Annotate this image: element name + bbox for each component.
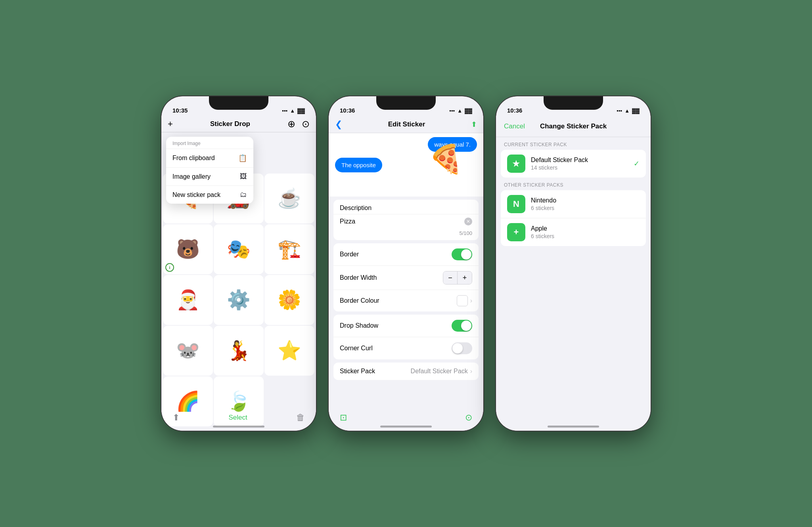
border-section: Border Border Width − + Border Colour (333, 243, 479, 311)
sticker-pack-row[interactable]: Sticker Pack Default Sticker Pack › (333, 363, 479, 380)
sticker-pack-section: Sticker Pack Default Sticker Pack › (333, 363, 479, 380)
chevron-icon-1: › (470, 297, 472, 304)
phone-1: 10:35 ▪▪▪ ▲ ▓▓ + Sticker Drop ⊕ ⊙ Import… (161, 96, 316, 431)
border-width-row: Border Width − + (333, 266, 479, 290)
other-pack-list: N Nintendo 6 stickers + Apple 6 stickers (501, 190, 646, 246)
toggle-thumb-border (461, 249, 471, 260)
dropdown-menu: Import Image From clipboard 📋 Image gall… (166, 137, 253, 204)
description-input-row: Pizza ✕ (333, 214, 479, 229)
notch (209, 96, 268, 110)
more-button[interactable]: ⊙ (302, 119, 310, 129)
battery-icon-2: ▓▓ (465, 108, 472, 114)
corner-curl-toggle[interactable] (452, 342, 472, 354)
screen-1-content: + Sticker Drop ⊕ ⊙ Import Image From cli… (161, 116, 316, 431)
clear-button[interactable]: ✕ (464, 218, 472, 225)
sticker-cell-6[interactable] (264, 224, 314, 274)
description-label: Description (333, 200, 479, 214)
description-value[interactable]: Pizza (340, 218, 355, 225)
sticker-cell-7[interactable] (163, 275, 213, 325)
status-icons-2: ▪▪▪ ▲ ▓▓ (449, 108, 472, 114)
screen-2-content: ❮ Edit Sticker ⬆ The opposite ways equal… (329, 116, 483, 431)
default-pack-item[interactable]: ★ Default Sticker Pack 14 stickers ✓ (501, 150, 646, 178)
clipboard-icon: 📋 (238, 154, 247, 162)
default-pack-name: Default Sticker Pack (531, 157, 634, 164)
apple-pack-name: Apple (531, 225, 640, 232)
sticker-cell-4[interactable]: i (163, 224, 213, 274)
border-width-stepper: − + (443, 271, 472, 285)
default-pack-count: 14 stickers (531, 164, 634, 171)
border-toggle[interactable] (452, 248, 472, 260)
border-label: Border (340, 251, 359, 258)
new-pack-label: New sticker pack (172, 191, 220, 199)
phone-3: 10:36 ▪▪▪ ▲ ▓▓ Cancel Change Sticker Pac… (496, 96, 651, 431)
more-icon-2[interactable]: ⊙ (465, 412, 472, 423)
sticker-cell-9[interactable] (264, 275, 314, 325)
sticker-add-icon[interactable]: ⊡ (340, 412, 347, 423)
gallery-item[interactable]: Image gallery 🖼 (166, 167, 253, 185)
dropdown-label: Import Image (166, 137, 253, 149)
sticker-cell-5[interactable] (214, 224, 264, 274)
back-button[interactable]: ❮ (335, 119, 342, 130)
apple-letter: + (514, 227, 519, 237)
stepper-plus[interactable]: + (458, 271, 472, 284)
sticker-cell-8[interactable] (214, 275, 264, 325)
stepper-minus[interactable]: − (443, 271, 458, 284)
nintendo-pack-item[interactable]: N Nintendo 6 stickers (501, 190, 646, 218)
home-indicator-2 (380, 426, 432, 428)
border-row: Border (333, 243, 479, 266)
signal-icon-2: ▪▪▪ (449, 108, 455, 114)
wifi-icon-3: ▲ (624, 108, 630, 114)
new-pack-icon: 🗂 (240, 191, 247, 199)
add-circle-button[interactable]: ⊕ (287, 119, 295, 129)
apple-pack-item[interactable]: + Apple 6 stickers (501, 218, 646, 246)
drop-shadow-row: Drop Shadow (333, 315, 479, 337)
clipboard-label: From clipboard (172, 155, 215, 162)
sticker-pack-value: Default Sticker Pack › (411, 368, 472, 375)
add-button[interactable]: + (168, 120, 173, 128)
bottom-bar-2: ⊡ ⊙ (329, 412, 483, 423)
trash-icon[interactable]: 🗑 (296, 412, 305, 423)
sticker-cell-12[interactable] (264, 326, 314, 376)
effects-section: Drop Shadow Corner Curl (333, 315, 479, 359)
pack-checkmark: ✓ (634, 159, 640, 168)
share-icon[interactable]: ⬆ (172, 412, 180, 423)
status-time-1: 10:35 (172, 107, 188, 114)
modal-title: Change Sticker Pack (540, 122, 607, 130)
nav-bar-2: ❮ Edit Sticker ⬆ (329, 116, 483, 133)
color-swatch (457, 295, 468, 306)
select-button[interactable]: Select (228, 414, 247, 422)
nav-bar-1: + Sticker Drop ⊕ ⊙ (161, 116, 316, 132)
clipboard-item[interactable]: From clipboard 📋 (166, 149, 253, 167)
signal-icon: ▪▪▪ (282, 108, 287, 114)
modal-header: Cancel Change Sticker Pack (496, 116, 651, 137)
signal-icon-3: ▪▪▪ (617, 108, 622, 114)
wifi-icon-2: ▲ (457, 108, 462, 114)
drop-shadow-toggle[interactable] (452, 320, 472, 332)
nintendo-pack-name: Nintendo (531, 197, 640, 204)
sticker-cell-11[interactable] (214, 326, 264, 376)
gallery-label: Image gallery (172, 173, 211, 180)
bottom-bar-1: ⬆ Select 🗑 (161, 412, 316, 423)
home-indicator-3 (548, 426, 599, 428)
current-pack-list: ★ Default Sticker Pack 14 stickers ✓ (501, 150, 646, 178)
apple-pack-count: 6 stickers (531, 233, 640, 239)
current-section-header: CURRENT STICKER PACK (496, 137, 651, 150)
description-section: Description Pizza ✕ 5/100 (333, 200, 479, 240)
share-button-2[interactable]: ⬆ (471, 121, 477, 128)
border-colour-row[interactable]: Border Colour › (333, 290, 479, 311)
sticker-cell-10[interactable] (163, 326, 213, 376)
nav-actions-1: ⊕ ⊙ (287, 119, 310, 129)
notch-3 (544, 96, 603, 110)
nintendo-letter: N (513, 199, 519, 209)
cancel-button[interactable]: Cancel (504, 122, 525, 130)
battery-icon: ▓▓ (297, 108, 305, 114)
wifi-icon: ▲ (290, 108, 295, 114)
status-time-2: 10:36 (340, 107, 355, 114)
chat-bubble-left: The opposite (335, 158, 382, 172)
new-pack-item[interactable]: New sticker pack 🗂 (166, 185, 253, 204)
status-icons-1: ▪▪▪ ▲ ▓▓ (282, 108, 305, 114)
chevron-icon-2: › (470, 368, 472, 375)
toggle-thumb-curl (452, 343, 463, 353)
sticker-cell-3[interactable] (264, 174, 314, 223)
nav-title-2: Edit Sticker (388, 120, 425, 128)
